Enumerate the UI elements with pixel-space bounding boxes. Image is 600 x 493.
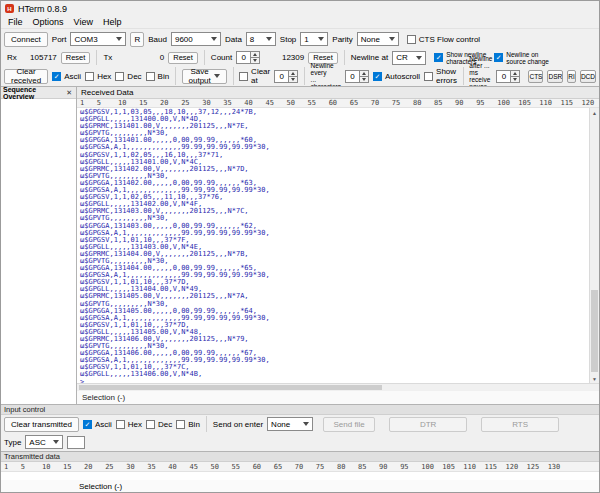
menu-file[interactable]: File [3,17,28,27]
connection-toolbar: Connect Port COM3 R Baud 9600 Data 8 Sto… [1,28,599,49]
cts-flow-control-checkbox[interactable]: CTS Flow control [407,35,480,44]
chevron-down-icon [416,56,422,60]
port-label: Port [52,35,67,44]
newline-every-spinner[interactable]: 0 [345,70,369,83]
close-icon[interactable]: ✕ [64,89,74,97]
clear-received-button[interactable]: Clear received [4,69,48,84]
receive-toolbar: Clear received Ascii Hex Dec Bin Save ou… [1,66,599,86]
scrollbar-thumb[interactable] [79,385,382,390]
input-type-row: Type ASC [1,433,599,451]
chevron-down-icon [53,440,59,444]
rx-count: 105717 [21,53,57,62]
input-field[interactable] [67,436,85,449]
horizontal-scrollbar[interactable] [77,383,599,391]
chevron-down-icon [389,37,395,41]
checkbox-box [407,35,416,44]
tx-bin-checkbox[interactable]: Bin [176,420,200,429]
transmitted-ruler: 1 5 10 15 20 25 30 35 40 45 50 55 60 65 … [1,462,599,472]
type-select[interactable]: ASC [25,435,63,449]
received-selection-status: Selection (-) [77,391,599,404]
newline-at-select[interactable]: CR [392,51,426,65]
spin-down-icon[interactable] [360,76,369,83]
scrollbar-thumb[interactable] [591,290,598,372]
sequence-overview-body[interactable] [1,99,76,404]
title-bar: H HTerm 0.8.9 [1,1,599,16]
rx-dec-checkbox[interactable]: Dec [115,72,141,81]
main-area: Sequence Overview ✕ Received Data 1 5 10… [1,86,599,404]
stats-toolbar: Rx 105717 Reset Tx 0 Reset Count 0 12309… [1,49,599,66]
transmitted-selection-status: Selection (-) [1,480,599,492]
autoscroll-checkbox[interactable]: Autoscroll [373,72,420,81]
separator [96,50,97,65]
scroll-down-icon[interactable]: ▼ [590,374,599,383]
tx-dec-checkbox[interactable]: Dec [146,420,172,429]
show-errors-checkbox[interactable]: Show errors [424,67,457,85]
received-line: ω$GPGLL,,,,,131406.00,V,N*4B, [80,371,599,378]
baud-select[interactable]: 9600 [171,32,221,46]
checkbox-box [239,72,248,81]
chevron-down-icon [214,74,220,78]
rts-button[interactable]: RTS [481,417,559,432]
tx-hex-checkbox[interactable]: Hex [116,420,142,429]
clear-at-checkbox[interactable]: Clear at [239,67,270,85]
rx-label: Rx [7,53,17,62]
count-total: 12309 [264,53,304,62]
count-spinner[interactable]: 0 [236,51,260,64]
menu-options[interactable]: Options [28,17,69,27]
scrollbar-track[interactable] [590,117,599,374]
transmitted-data-area[interactable] [1,472,599,480]
chevron-down-icon [116,37,122,41]
tx-label: Tx [103,53,112,62]
tx-ascii-checkbox[interactable]: Ascii [83,420,112,429]
rx-ascii-checkbox[interactable]: Ascii [52,72,81,81]
checkbox-box [116,420,125,429]
clear-at-spinner[interactable]: 0 [274,70,298,83]
input-control-header: Input control [1,404,599,415]
menu-view[interactable]: View [69,17,98,27]
chevron-down-icon [303,422,309,426]
checkbox-box [434,53,443,62]
connect-button[interactable]: Connect [4,32,48,47]
menu-help[interactable]: Help [98,17,127,27]
checkbox-box [115,72,124,81]
rx-bin-checkbox[interactable]: Bin [146,72,170,81]
stop-bits-select[interactable]: 1 [300,32,328,46]
rx-reset-button[interactable]: Reset [61,52,91,64]
checkbox-box [373,72,382,81]
spin-down-icon[interactable] [511,76,520,83]
cts-indicator: CTS [528,70,543,83]
dtr-button[interactable]: DTR [389,417,467,432]
baud-label: Baud [148,35,167,44]
rx-hex-checkbox[interactable]: Hex [85,72,111,81]
send-on-enter-label: Send on enter [213,420,263,429]
dcd-indicator: DCD [580,70,596,83]
hterm-window: H HTerm 0.8.9 File Options View Help Con… [0,0,600,493]
chevron-down-icon [266,37,272,41]
count-label: Count [211,53,232,62]
app-icon: H [5,4,14,13]
scroll-up-icon[interactable]: ▲ [590,108,599,117]
tx-count: 0 [116,53,164,62]
checkbox-box [83,420,92,429]
port-select[interactable]: COM3 [70,32,126,46]
newline-on-source-change-checkbox[interactable]: Newline onsource change [494,51,549,65]
tx-reset-button[interactable]: Reset [168,52,198,64]
received-data-area[interactable]: ω$GPGSV,1,1,03,05,,,18,10,,,37,12,,,24*7… [77,108,599,383]
save-output-button[interactable]: Save output [182,69,227,84]
port-refresh-button[interactable]: R [130,32,144,47]
clear-transmitted-button[interactable]: Clear transmitted [4,417,79,432]
data-bits-select[interactable]: 8 [246,32,276,46]
received-data-panel: Received Data 1 5 10 15 20 25 30 35 40 4… [77,87,599,404]
checkbox-box [52,72,61,81]
separator [206,416,207,432]
sequence-overview-panel: Sequence Overview ✕ [1,87,77,404]
send-on-enter-select[interactable]: None [267,417,313,431]
spin-down-icon[interactable] [289,76,298,83]
vertical-scrollbar[interactable]: ▲ ▼ [589,108,599,383]
newline-at-label: Newline at [351,53,388,62]
spin-down-icon[interactable] [251,57,260,64]
newline-after-pause-spinner[interactable]: 0 [496,70,520,83]
parity-select[interactable]: None [357,32,399,46]
received-data-header: Received Data [77,87,599,99]
send-file-button[interactable]: Send file [323,417,375,432]
